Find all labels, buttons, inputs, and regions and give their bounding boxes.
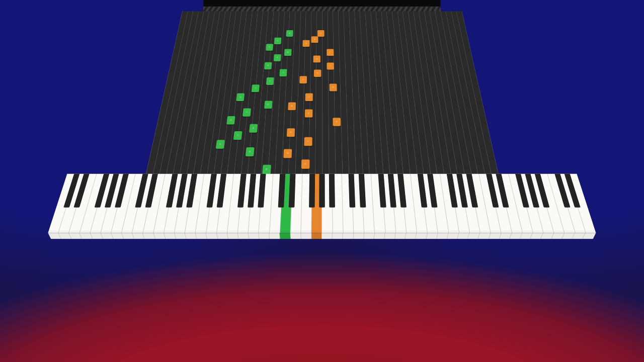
note-block: A — [333, 118, 341, 126]
note-block: B — [287, 128, 295, 137]
lane-gridline — [365, 11, 376, 174]
lane-gridline — [214, 11, 236, 174]
lane-gridline — [315, 11, 317, 174]
black-key[interactable] — [456, 174, 468, 208]
lane-gridline — [338, 11, 343, 174]
note-block: G — [274, 54, 281, 61]
lane-gridline — [268, 11, 279, 174]
lane-gridline — [462, 11, 499, 174]
black-key[interactable] — [145, 174, 158, 208]
black-key[interactable] — [176, 174, 188, 208]
note-block: E — [246, 147, 255, 156]
scene: Axenntio - Deception Speed: 100% — [0, 0, 644, 362]
lane-gridline — [370, 11, 383, 174]
black-key[interactable] — [258, 174, 266, 208]
note-block: F — [266, 44, 273, 50]
note-block: B — [286, 30, 293, 37]
note-block: F — [327, 62, 334, 69]
note-block: D — [313, 56, 320, 63]
black-key[interactable] — [248, 174, 256, 208]
black-key[interactable] — [186, 174, 197, 208]
note-block: D — [314, 70, 321, 77]
lane-gridline — [408, 11, 431, 174]
note-block: B — [288, 102, 296, 110]
black-key[interactable] — [309, 174, 315, 208]
black-key[interactable] — [288, 174, 295, 208]
lane-gridline — [344, 11, 350, 174]
lane-gridline — [424, 11, 451, 174]
note-block: C — [299, 76, 307, 83]
lane-gridline — [200, 11, 226, 174]
black-key[interactable] — [466, 174, 478, 208]
lane-gridline — [275, 11, 285, 174]
black-key[interactable] — [378, 174, 386, 208]
piano-keyboard[interactable] — [48, 174, 596, 233]
black-key[interactable] — [358, 174, 366, 208]
note-block: C — [233, 131, 243, 140]
black-key[interactable] — [427, 174, 437, 208]
lane-gridline — [227, 11, 248, 174]
note-block: B — [283, 149, 292, 158]
black-key[interactable] — [349, 174, 356, 208]
note-block: C — [305, 109, 313, 117]
black-key[interactable] — [166, 174, 178, 208]
lane-gridline — [354, 11, 363, 174]
note-block: C — [243, 109, 251, 117]
note-block: E — [266, 77, 274, 85]
note-block: B — [284, 49, 292, 56]
note-block: F — [264, 62, 272, 69]
lane-gridline — [419, 11, 444, 174]
black-key[interactable] — [397, 174, 407, 208]
lane-gridline — [173, 11, 204, 174]
note-block: C — [305, 94, 313, 101]
black-key[interactable] — [417, 174, 427, 208]
black-key[interactable] — [207, 174, 217, 208]
black-key[interactable] — [237, 174, 247, 208]
lane-gridline — [308, 11, 311, 174]
lane-gridline — [435, 11, 464, 174]
keyboard-front — [48, 233, 596, 239]
black-key[interactable] — [388, 174, 396, 208]
note-lane: BGFBGFAECAECAECAEEEDCFDFDCACBCABCBC — [146, 11, 498, 174]
black-key[interactable] — [329, 174, 335, 208]
note-block: F — [327, 49, 334, 56]
lane-gridline — [403, 11, 424, 174]
note-block: E — [262, 165, 271, 174]
note-block: E — [317, 30, 325, 37]
note-block: A — [330, 83, 337, 91]
lane-gridline — [180, 11, 209, 174]
note-block: D — [311, 36, 318, 43]
lane-gridline — [193, 11, 220, 174]
lane-gridline — [254, 11, 269, 174]
note-block: C — [302, 40, 309, 47]
note-block: C — [252, 84, 260, 92]
lane-gridline — [302, 11, 306, 174]
black-key[interactable] — [278, 174, 286, 208]
black-key[interactable] — [447, 174, 458, 208]
note-block: C — [304, 137, 312, 146]
black-key[interactable] — [217, 174, 227, 208]
lane-gridline — [333, 11, 336, 174]
note-block: A — [236, 94, 245, 101]
lane-gridline — [328, 11, 330, 174]
lane-gridline — [261, 11, 274, 174]
note-block: G — [274, 38, 282, 44]
lane-gridline — [220, 11, 242, 174]
note-block: E — [264, 101, 272, 109]
lane-gridline — [295, 11, 301, 174]
note-block: A — [279, 69, 287, 76]
black-key[interactable] — [319, 174, 325, 208]
note-block: E — [249, 124, 258, 133]
note-block: A — [226, 116, 235, 124]
control-panel: Axenntio - Deception Speed: 100% — [203, 0, 440, 7]
